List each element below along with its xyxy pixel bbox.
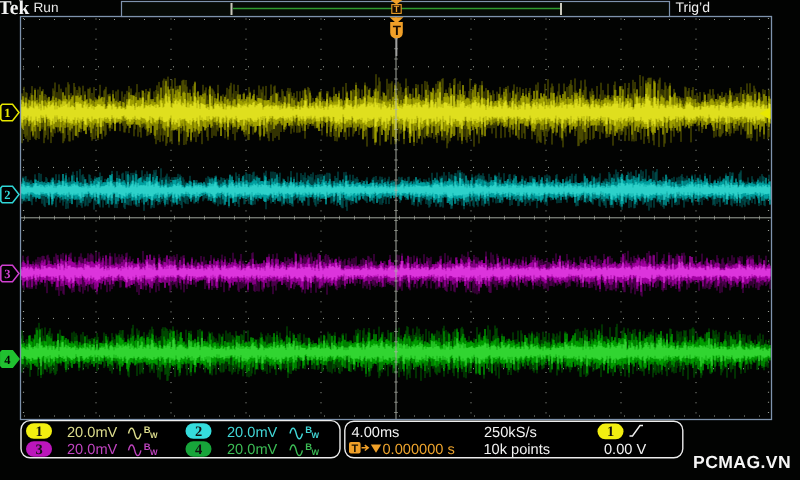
- svg-text:20.0mV: 20.0mV: [227, 442, 278, 458]
- svg-text:4.00ms: 4.00ms: [352, 425, 400, 441]
- svg-text:W: W: [312, 448, 320, 457]
- svg-text:W: W: [150, 448, 158, 457]
- svg-text:20.0mV: 20.0mV: [67, 442, 118, 458]
- svg-text:4: 4: [195, 442, 202, 458]
- svg-text:3: 3: [4, 267, 10, 281]
- svg-text:2: 2: [195, 424, 202, 440]
- svg-text:4: 4: [4, 353, 11, 367]
- svg-text:3: 3: [35, 442, 42, 458]
- svg-text:PCMAG.VN: PCMAG.VN: [693, 452, 791, 472]
- svg-text:0.000000 s: 0.000000 s: [383, 442, 455, 458]
- svg-text:1: 1: [607, 424, 614, 440]
- svg-text:Run: Run: [34, 0, 59, 15]
- svg-text:20.0mV: 20.0mV: [227, 425, 278, 441]
- svg-text:250kS/s: 250kS/s: [484, 425, 537, 441]
- svg-text:1: 1: [4, 106, 10, 120]
- svg-text:2: 2: [4, 188, 10, 202]
- svg-text:Trig’d: Trig’d: [676, 0, 711, 15]
- svg-text:T: T: [393, 23, 402, 38]
- svg-text:1: 1: [35, 424, 42, 440]
- svg-text:T: T: [352, 443, 359, 455]
- svg-text:10k points: 10k points: [484, 442, 551, 458]
- svg-text:Tek: Tek: [0, 0, 29, 19]
- svg-text:0.00 V: 0.00 V: [604, 442, 646, 458]
- svg-text:T: T: [394, 4, 400, 14]
- svg-text:W: W: [312, 431, 320, 440]
- svg-text:20.0mV: 20.0mV: [67, 425, 118, 441]
- svg-text:W: W: [150, 431, 158, 440]
